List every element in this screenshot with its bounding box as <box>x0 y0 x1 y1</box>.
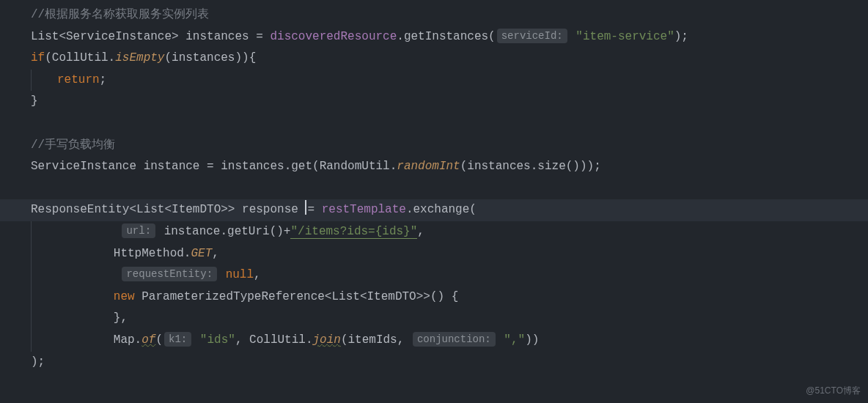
param-hint: serviceId: <box>497 29 567 43</box>
code-token: (instances)){ <box>164 51 256 64</box>
code-token: ResponseEntity<List<ItemDTO>> response <box>31 203 305 216</box>
code-token <box>497 333 504 347</box>
static-method-token: randomInt <box>397 160 460 173</box>
code-line: url: instance.getUri()+"/items?ids={ids}… <box>0 221 868 243</box>
keyword-token: null <box>218 268 254 281</box>
code-token: HttpMethod. <box>114 247 191 260</box>
static-method-token: isEmpty <box>115 51 164 64</box>
code-editor[interactable]: //根据服务名称获取服务实例列表 List<ServiceInstance> i… <box>0 0 868 373</box>
string-literal: "/items?ids={ids}" <box>290 225 417 239</box>
code-line: //手写负载均衡 <box>0 135 868 157</box>
code-token: ( <box>155 333 163 347</box>
code-token: (instances.size())); <box>460 160 601 173</box>
static-method-token: join <box>313 333 341 347</box>
keyword-token: return <box>57 73 100 86</box>
code-token: Map. <box>114 333 141 347</box>
keyword-token: new <box>114 290 135 303</box>
keyword-token: if <box>31 51 45 64</box>
code-line: List<ServiceInstance> instances = discov… <box>0 26 868 48</box>
code-token <box>193 333 200 347</box>
watermark-text: @51CTO博客 <box>806 382 861 399</box>
code-token: ); <box>674 30 688 43</box>
code-line <box>0 113 868 135</box>
param-hint: url: <box>122 223 155 238</box>
static-field-token: GET <box>191 247 212 260</box>
comment-text: //手写负载均衡 <box>31 138 115 152</box>
code-token: = <box>307 203 321 216</box>
string-literal: "item-service" <box>575 30 674 43</box>
code-token: , <box>417 225 424 238</box>
code-token: (itemIds, <box>341 333 411 347</box>
param-hint: requestEntity: <box>122 267 217 281</box>
code-token: ; <box>100 73 107 86</box>
code-line: ); <box>0 352 868 374</box>
code-token: ParameterizedTypeReference<List<ItemDTO>… <box>135 290 459 303</box>
code-line: //根据服务名称获取服务实例列表 <box>0 4 868 26</box>
code-token: ); <box>31 355 45 369</box>
string-literal: "ids" <box>200 333 235 347</box>
code-line: } <box>0 91 868 113</box>
code-line: return; <box>0 70 868 92</box>
param-hint: k1: <box>164 332 191 347</box>
code-line: new ParameterizedTypeReference<List<Item… <box>0 286 868 308</box>
code-token: .exchange( <box>406 203 477 216</box>
code-token: , <box>254 268 261 281</box>
code-line: ServiceInstance instance = instances.get… <box>0 156 868 178</box>
code-token: , CollUtil. <box>235 333 313 347</box>
code-line <box>0 178 868 200</box>
field-token: restTemplate <box>322 203 406 216</box>
code-token: ServiceInstance instance = instances.get… <box>31 160 397 173</box>
code-line: if(CollUtil.isEmpty(instances)){ <box>0 48 868 70</box>
code-token <box>569 30 576 43</box>
comment-text: //根据服务名称获取服务实例列表 <box>31 8 209 21</box>
static-method-token: of <box>141 333 155 347</box>
code-token: instance.getUri()+ <box>157 225 290 238</box>
code-line: requestEntity: null, <box>0 265 868 286</box>
code-token: , <box>212 247 219 260</box>
code-token: (CollUtil. <box>45 51 115 64</box>
param-hint: conjunction: <box>413 332 496 347</box>
code-line-active: ResponseEntity<List<ItemDTO>> response =… <box>0 199 868 221</box>
code-line: HttpMethod.GET, <box>0 243 868 265</box>
code-token: .getInstances( <box>397 30 495 43</box>
code-token: List<ServiceInstance> instances = <box>31 30 270 43</box>
code-line: Map.of(k1: "ids", CollUtil.join(itemIds,… <box>0 330 868 352</box>
field-token: discoveredResource <box>270 30 397 43</box>
code-line: }, <box>0 308 868 330</box>
code-token: }, <box>114 311 128 325</box>
string-literal: "," <box>504 333 525 347</box>
code-token: )) <box>525 333 539 347</box>
code-token: } <box>31 95 38 108</box>
